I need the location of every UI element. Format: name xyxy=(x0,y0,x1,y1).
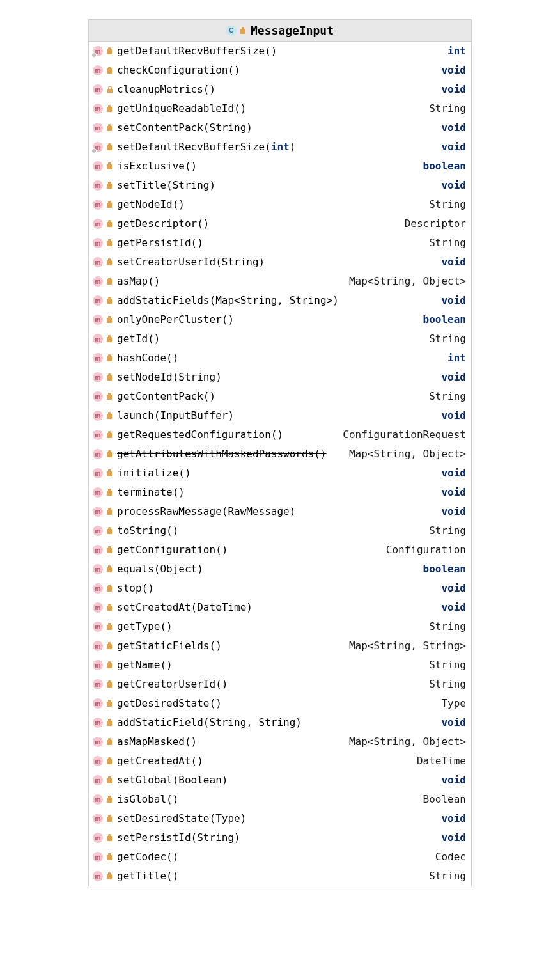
method-signature: getCreatorUserId() xyxy=(117,677,426,692)
method-item[interactable]: mlaunch(InputBuffer)void xyxy=(89,406,471,425)
method-item[interactable]: mcleanupMetrics()void xyxy=(89,80,471,99)
method-item[interactable]: mgetName()String xyxy=(89,656,471,675)
method-item[interactable]: mgetType()String xyxy=(89,617,471,636)
method-item[interactable]: misExclusive()boolean xyxy=(89,157,471,176)
method-item[interactable]: msetCreatedAt(DateTime)void xyxy=(89,598,471,617)
method-item[interactable]: msetDesiredState(Type)void xyxy=(89,809,471,828)
read-access-icon xyxy=(239,26,248,35)
method-item[interactable]: mgetDescriptor()Descriptor xyxy=(89,214,471,233)
method-signature: getStaticFields() xyxy=(117,638,346,654)
method-signature: addStaticField(String, String) xyxy=(117,715,439,730)
method-signature: equals(Object) xyxy=(117,562,421,577)
method-item[interactable]: msetContentPack(String)void xyxy=(89,118,471,138)
method-icon: m xyxy=(93,46,103,56)
method-icon: m xyxy=(93,622,103,632)
method-item[interactable]: mgetTitle()String xyxy=(89,867,471,886)
method-item[interactable]: mgetConfiguration()Configuration xyxy=(89,540,471,560)
method-item[interactable]: msetCreatorUserId(String)void xyxy=(89,253,471,272)
method-signature: getDefaultRecvBufferSize() xyxy=(117,43,445,59)
method-item[interactable]: mgetRequestedConfiguration()Configuratio… xyxy=(89,425,471,444)
return-type: Map<String, Object> xyxy=(349,446,466,462)
method-item[interactable]: mequals(Object)boolean xyxy=(89,560,471,579)
method-signature: getTitle() xyxy=(117,869,426,884)
method-item[interactable]: mgetCreatorUserId()String xyxy=(89,675,471,694)
return-type: void xyxy=(441,82,466,97)
method-item[interactable]: masMap()Map<String, Object> xyxy=(89,272,471,291)
method-icon: m xyxy=(93,180,103,191)
method-icon: m xyxy=(93,449,103,459)
method-item[interactable]: mgetDefaultRecvBufferSize()int xyxy=(89,42,471,61)
method-item[interactable]: mtoString()String xyxy=(89,521,471,540)
method-signature: setPersistId(String) xyxy=(117,830,439,845)
public-access-icon xyxy=(105,392,114,401)
method-item[interactable]: mgetCodec()Codec xyxy=(89,847,471,867)
return-type: ConfigurationRequest xyxy=(343,427,466,443)
method-item[interactable]: mgetDesiredState()Type xyxy=(89,694,471,713)
public-access-icon xyxy=(105,181,114,190)
method-icon: m xyxy=(93,775,103,785)
return-type: String xyxy=(429,331,466,347)
method-signature: getConfiguration() xyxy=(117,542,384,558)
method-item[interactable]: monlyOnePerCluster()boolean xyxy=(89,310,471,329)
method-item[interactable]: mcheckConfiguration()void xyxy=(89,61,471,80)
method-icon: m xyxy=(93,468,103,478)
method-item[interactable]: misGlobal()Boolean xyxy=(89,790,471,809)
method-signature: getType() xyxy=(117,619,426,634)
public-access-icon xyxy=(105,853,114,861)
method-icon: m xyxy=(93,65,103,75)
public-access-icon xyxy=(105,488,114,497)
method-signature: getNodeId() xyxy=(117,197,426,212)
method-item[interactable]: mterminate()void xyxy=(89,483,471,502)
method-icon: m xyxy=(93,391,103,402)
method-item[interactable]: mgetAttributesWithMaskedPasswords()Map<S… xyxy=(89,444,471,464)
method-item[interactable]: mgetCreatedAt()DateTime xyxy=(89,751,471,771)
method-item[interactable]: mgetId()String xyxy=(89,329,471,349)
method-item[interactable]: minitialize()void xyxy=(89,464,471,483)
return-type: String xyxy=(429,677,466,692)
public-access-icon xyxy=(105,680,114,689)
method-item[interactable]: msetPersistId(String)void xyxy=(89,828,471,847)
return-type: void xyxy=(441,600,466,615)
method-item[interactable]: maddStaticFields(Map<String, String>)voi… xyxy=(89,291,471,310)
method-icon: m xyxy=(93,487,103,498)
return-type: String xyxy=(429,523,466,539)
public-access-icon xyxy=(105,143,114,152)
method-signature: setDefaultRecvBufferSize(int) xyxy=(117,139,439,155)
method-icon: m xyxy=(93,238,103,248)
return-type: void xyxy=(441,139,466,155)
method-signature: setDesiredState(Type) xyxy=(117,811,439,826)
method-item[interactable]: msetTitle(String)void xyxy=(89,176,471,195)
method-item[interactable]: masMapMasked()Map<String, Object> xyxy=(89,732,471,751)
method-item[interactable]: msetNodeId(String)void xyxy=(89,368,471,387)
method-item[interactable]: msetGlobal(Boolean)void xyxy=(89,771,471,790)
method-item[interactable]: mstop()void xyxy=(89,579,471,598)
public-access-icon xyxy=(105,123,114,132)
method-item[interactable]: mgetNodeId()String xyxy=(89,195,471,214)
public-access-icon xyxy=(105,603,114,612)
public-access-icon xyxy=(105,737,114,746)
return-type: String xyxy=(429,101,466,116)
method-icon: m xyxy=(93,583,103,594)
return-type: int xyxy=(447,350,466,366)
method-item[interactable]: mgetContentPack()String xyxy=(89,387,471,406)
return-type: Map<String, Object> xyxy=(349,734,466,750)
public-access-icon xyxy=(105,334,114,343)
public-access-icon xyxy=(105,757,114,766)
method-item[interactable]: mhashCode()int xyxy=(89,349,471,368)
return-type: String xyxy=(429,869,466,884)
method-item[interactable]: mgetStaticFields()Map<String, String> xyxy=(89,636,471,656)
return-type: String xyxy=(429,657,466,673)
method-signature: terminate() xyxy=(117,485,439,500)
return-type: Descriptor xyxy=(405,216,466,232)
return-type: String xyxy=(429,235,466,251)
method-icon: m xyxy=(93,814,103,824)
method-item[interactable]: msetDefaultRecvBufferSize(int)void xyxy=(89,138,471,157)
method-item[interactable]: mgetPersistId()String xyxy=(89,233,471,253)
method-icon: m xyxy=(93,315,103,325)
method-item[interactable]: maddStaticField(String, String)void xyxy=(89,713,471,732)
method-item[interactable]: mgetUniqueReadableId()String xyxy=(89,99,471,118)
method-icon: m xyxy=(93,602,103,613)
method-signature: getName() xyxy=(117,657,426,673)
public-access-icon xyxy=(105,277,114,286)
method-item[interactable]: mprocessRawMessage(RawMessage)void xyxy=(89,502,471,521)
